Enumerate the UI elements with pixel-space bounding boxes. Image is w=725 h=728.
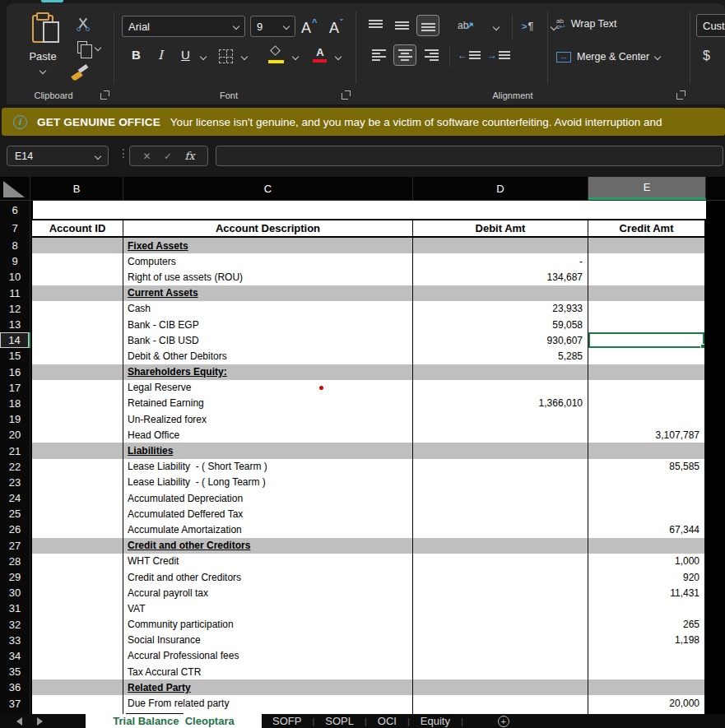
- cell-cc-29[interactable]: Credit and other Creditors: [123, 569, 413, 585]
- font-name-combo[interactable]: Arial: [122, 16, 245, 37]
- column-header-B[interactable]: B: [30, 177, 123, 200]
- cell-cc-13[interactable]: Bank - CIB EGP: [123, 317, 413, 332]
- row-number-29[interactable]: 29: [0, 569, 30, 585]
- cell-ce-25[interactable]: [588, 506, 706, 522]
- cell-cd-8[interactable]: [413, 238, 588, 253]
- cancel-icon[interactable]: ✕: [142, 151, 151, 162]
- underline-button[interactable]: U: [181, 48, 190, 62]
- table-header-cb[interactable]: Account ID: [30, 219, 123, 238]
- cell-cc-22[interactable]: Lease Liability - ( Short Tearm ): [123, 459, 413, 475]
- blank-row-cells[interactable]: [33, 201, 706, 219]
- align-left-button[interactable]: [367, 44, 390, 66]
- cell-ce-29[interactable]: 920: [588, 569, 706, 585]
- cell-cc-10[interactable]: Right of use assets (ROU): [123, 269, 413, 285]
- paste-chevron-icon[interactable]: [40, 67, 46, 74]
- cell-cb-26[interactable]: [30, 522, 123, 537]
- cell-cc-28[interactable]: WHT Credit: [123, 554, 413, 569]
- cell-cc-11[interactable]: Current Assets: [123, 285, 413, 301]
- cell-cd-27[interactable]: [413, 538, 588, 554]
- cell-cd-33[interactable]: [413, 633, 588, 648]
- cell-cb-12[interactable]: [30, 301, 123, 317]
- table-header-cd[interactable]: Debit Amt: [413, 219, 588, 238]
- cell-cd-37[interactable]: [413, 695, 588, 711]
- cell-cd-30[interactable]: [413, 585, 588, 600]
- row-number-27[interactable]: 27: [0, 538, 30, 554]
- cell-cc-14[interactable]: Bank - CIB USD: [123, 332, 413, 348]
- cell-cb-24[interactable]: [30, 490, 123, 506]
- bottom-align-button[interactable]: [416, 15, 439, 36]
- cell-ce-15[interactable]: [588, 348, 706, 364]
- cell-cd-28[interactable]: [413, 554, 588, 569]
- row-number-25[interactable]: 25: [0, 506, 30, 522]
- cell-cd-36[interactable]: [413, 679, 588, 695]
- row-number-33[interactable]: 33: [0, 633, 30, 648]
- cell-cb-33[interactable]: [30, 633, 123, 648]
- sheet-tab-sopl[interactable]: SOPL: [314, 715, 365, 727]
- cell-cd-31[interactable]: [413, 600, 588, 616]
- row-number-7[interactable]: 7: [0, 219, 30, 238]
- text-direction-button[interactable]: >¶: [522, 20, 533, 32]
- cell-cd-17[interactable]: [413, 380, 588, 396]
- underline-chevron-icon[interactable]: [200, 53, 207, 60]
- increase-font-size-button[interactable]: A^: [301, 17, 317, 37]
- borders-chevron-icon[interactable]: [241, 53, 248, 60]
- row-number-36[interactable]: 36: [0, 679, 30, 695]
- cell-cc-34[interactable]: Accural Professional fees: [123, 648, 413, 664]
- cell-cb-9[interactable]: [30, 253, 123, 269]
- cell-cd-18[interactable]: 1,366,010: [413, 396, 588, 411]
- cell-ce-17[interactable]: [588, 380, 706, 396]
- cell-cd-34[interactable]: [413, 648, 588, 664]
- orientation-button[interactable]: ab↗: [458, 20, 474, 31]
- cell-cc-24[interactable]: Accumulated Depreciation: [123, 490, 413, 506]
- cell-cd-22[interactable]: [413, 459, 588, 475]
- row-number-28[interactable]: 28: [0, 554, 30, 569]
- row-number-22[interactable]: 22: [0, 459, 30, 475]
- cell-cb-29[interactable]: [30, 569, 123, 585]
- cell-cd-23[interactable]: [413, 475, 588, 490]
- cell-cb-23[interactable]: [30, 475, 123, 490]
- cell-cc-18[interactable]: Retained Earning: [123, 396, 413, 411]
- sheet-tab-sofp[interactable]: SOFP: [262, 715, 312, 727]
- column-header-E[interactable]: E: [588, 177, 706, 200]
- row-number-32[interactable]: 32: [0, 617, 30, 633]
- cell-cb-16[interactable]: [30, 364, 123, 380]
- clipboard-dialog-launcher-icon[interactable]: [100, 90, 109, 100]
- cell-cd-10[interactable]: 134,687: [413, 269, 588, 285]
- cell-cd-25[interactable]: [413, 506, 588, 522]
- cell-ce-20[interactable]: 3,107,787: [588, 427, 706, 443]
- cell-cc-37[interactable]: Due From related party: [123, 695, 413, 711]
- enter-icon[interactable]: ✓: [164, 151, 172, 162]
- cell-cd-26[interactable]: [413, 522, 588, 537]
- row-number-10[interactable]: 10: [0, 269, 30, 285]
- font-dialog-launcher-icon[interactable]: [342, 90, 351, 100]
- cell-cb-35[interactable]: [30, 664, 123, 679]
- cell-cd-11[interactable]: [413, 285, 588, 301]
- cell-cc-25[interactable]: Accumulated Deffered Tax: [123, 506, 413, 522]
- tab-scroll-right-icon[interactable]: [37, 717, 43, 726]
- cell-ce-14[interactable]: [588, 332, 706, 348]
- row-number-24[interactable]: 24: [0, 490, 30, 506]
- cell-ce-16[interactable]: [588, 364, 706, 380]
- cell-cd-16[interactable]: [413, 364, 588, 380]
- cell-ce-19[interactable]: [588, 411, 706, 427]
- row-number-30[interactable]: 30: [0, 585, 30, 600]
- row-number-9[interactable]: 9: [0, 253, 30, 269]
- row-number-19[interactable]: 19: [0, 411, 30, 427]
- cell-cc-12[interactable]: Cash: [123, 301, 413, 317]
- cell-ce-34[interactable]: [588, 648, 706, 664]
- orientation-chevron-icon[interactable]: [493, 24, 500, 30]
- align-right-button[interactable]: [420, 44, 443, 66]
- bold-button[interactable]: B: [132, 48, 141, 62]
- cell-ce-32[interactable]: 265: [588, 617, 706, 633]
- column-header-D[interactable]: D: [413, 177, 588, 200]
- cell-ce-31[interactable]: [588, 600, 706, 616]
- row-number-14[interactable]: 14: [0, 332, 30, 348]
- row-number-6[interactable]: 6: [0, 201, 30, 219]
- cell-ce-37[interactable]: 20,000: [588, 695, 706, 711]
- cell-cd-15[interactable]: 5,285: [413, 348, 588, 364]
- column-header-C[interactable]: C: [123, 177, 413, 200]
- sheet-tab-equity[interactable]: Equity: [410, 715, 461, 727]
- cell-ce-9[interactable]: [588, 253, 706, 269]
- cell-cc-20[interactable]: Head Office: [123, 427, 413, 443]
- increase-indent-button[interactable]: →: [487, 49, 510, 61]
